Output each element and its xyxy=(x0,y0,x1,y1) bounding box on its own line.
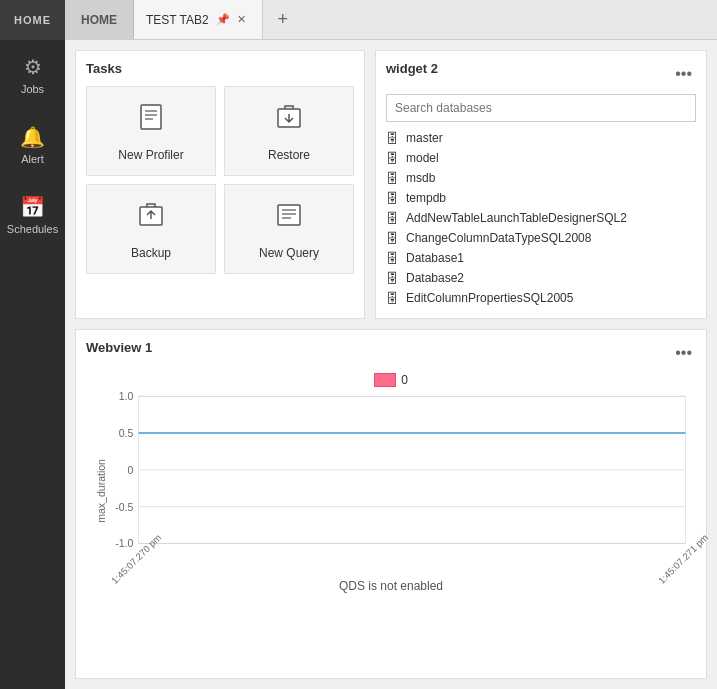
sidebar-item-alert[interactable]: 🔔 Alert xyxy=(0,110,65,180)
tab-add-button[interactable]: + xyxy=(263,0,303,39)
svg-rect-0 xyxy=(141,105,161,129)
jobs-label: Jobs xyxy=(21,83,44,95)
database-icon: 🗄 xyxy=(386,231,400,245)
db-name: tempdb xyxy=(406,191,446,205)
tasks-widget: Tasks New Profiler xyxy=(75,50,365,319)
db-list-item[interactable]: 🗄master xyxy=(386,128,696,148)
db-list-item[interactable]: 🗄EditColumnPropertiesSQL2005 xyxy=(386,288,696,308)
tasks-title: Tasks xyxy=(86,61,354,76)
svg-text:1.0: 1.0 xyxy=(119,390,134,402)
home-tab-label: HOME xyxy=(81,13,117,27)
tasks-grid: New Profiler Restore xyxy=(86,86,354,274)
top-row: Tasks New Profiler xyxy=(75,50,707,319)
sidebar-item-jobs[interactable]: ⚙ Jobs xyxy=(0,40,65,110)
new-profiler-icon xyxy=(135,101,167,140)
db-name: ChangeColumnDataTypeSQL2008 xyxy=(406,231,591,245)
db-list-item[interactable]: 🗄Database1 xyxy=(386,248,696,268)
task-restore[interactable]: Restore xyxy=(224,86,354,176)
database-icon: 🗄 xyxy=(386,131,400,145)
tab-home[interactable]: HOME xyxy=(65,0,134,39)
main-area: HOME TEST TAB2 📌 ✕ + Tasks xyxy=(65,0,717,689)
legend-box xyxy=(374,373,396,387)
database-icon: 🗄 xyxy=(386,151,400,165)
widget2: widget 2 ••• 🗄master🗄model🗄msdb🗄tempdb🗄A… xyxy=(375,50,707,319)
alert-label: Alert xyxy=(21,153,44,165)
webview-title: Webview 1 xyxy=(86,340,152,355)
webview-widget: Webview 1 ••• 0 max_duration xyxy=(75,329,707,679)
webview-header: Webview 1 ••• xyxy=(86,340,696,365)
tab-bar: HOME TEST TAB2 📌 ✕ + xyxy=(65,0,717,40)
db-list-item[interactable]: 🗄ChangeColumnDataTypeSQL2008 xyxy=(386,228,696,248)
backup-icon xyxy=(135,199,167,238)
sidebar-item-schedules[interactable]: 📅 Schedules xyxy=(0,180,65,250)
svg-text:-1.0: -1.0 xyxy=(115,537,133,549)
tab-pin-icon[interactable]: 📌 xyxy=(215,12,231,28)
database-icon: 🗄 xyxy=(386,171,400,185)
chart-area: 0 max_duration xyxy=(86,373,696,668)
restore-icon xyxy=(273,101,305,140)
tab-close-icon[interactable]: ✕ xyxy=(234,12,250,28)
new-query-icon xyxy=(273,199,305,238)
widget2-header: widget 2 ••• xyxy=(386,61,696,86)
search-databases-input[interactable] xyxy=(386,94,696,122)
db-list-item[interactable]: 🗄msdb xyxy=(386,168,696,188)
home-label: HOME xyxy=(14,14,51,26)
svg-text:0: 0 xyxy=(128,464,134,476)
db-list-item[interactable]: 🗄Database2 xyxy=(386,268,696,288)
task-backup[interactable]: Backup xyxy=(86,184,216,274)
schedules-icon: 📅 xyxy=(20,195,45,219)
widget2-title: widget 2 xyxy=(386,61,438,76)
new-query-label: New Query xyxy=(259,246,319,260)
svg-text:0.5: 0.5 xyxy=(119,427,134,439)
svg-rect-6 xyxy=(278,205,300,225)
database-icon: 🗄 xyxy=(386,191,400,205)
tab-label: TEST TAB2 xyxy=(146,13,209,27)
db-list-item[interactable]: 🗄AddNewTableLaunchTableDesignerSQL2 xyxy=(386,208,696,228)
db-name: master xyxy=(406,131,443,145)
tab-test-tab2[interactable]: TEST TAB2 📌 ✕ xyxy=(134,0,263,39)
db-name: AddNewTableLaunchTableDesignerSQL2 xyxy=(406,211,627,225)
legend-label: 0 xyxy=(401,373,408,387)
db-name: EditColumnPropertiesSQL2005 xyxy=(406,291,573,305)
content-area: Tasks New Profiler xyxy=(65,40,717,689)
db-name: msdb xyxy=(406,171,435,185)
db-list-item[interactable]: 🗄tempdb xyxy=(386,188,696,208)
widget2-menu-button[interactable]: ••• xyxy=(671,65,696,83)
db-name: Database1 xyxy=(406,251,464,265)
sidebar: HOME ⚙ Jobs 🔔 Alert 📅 Schedules xyxy=(0,0,65,689)
database-icon: 🗄 xyxy=(386,251,400,265)
svg-text:-0.5: -0.5 xyxy=(115,501,133,513)
task-new-query[interactable]: New Query xyxy=(224,184,354,274)
db-name: Database2 xyxy=(406,271,464,285)
alert-icon: 🔔 xyxy=(20,125,45,149)
database-icon: 🗄 xyxy=(386,211,400,225)
restore-label: Restore xyxy=(268,148,310,162)
task-new-profiler[interactable]: New Profiler xyxy=(86,86,216,176)
backup-label: Backup xyxy=(131,246,171,260)
database-icon: 🗄 xyxy=(386,291,400,305)
db-name: model xyxy=(406,151,439,165)
chart-subtitle: QDS is not enabled xyxy=(86,579,696,593)
svg-text:max_duration: max_duration xyxy=(95,459,107,523)
webview-menu-button[interactable]: ••• xyxy=(671,344,696,362)
jobs-icon: ⚙ xyxy=(24,55,42,79)
db-list-item[interactable]: 🗄model xyxy=(386,148,696,168)
database-list: 🗄master🗄model🗄msdb🗄tempdb🗄AddNewTableLau… xyxy=(386,128,696,308)
chart-svg: max_duration 1.0 0.5 0 -0.5 xyxy=(86,391,696,570)
home-nav[interactable]: HOME xyxy=(0,0,65,40)
add-tab-icon: + xyxy=(277,9,288,30)
new-profiler-label: New Profiler xyxy=(118,148,183,162)
tab-action-icons: 📌 ✕ xyxy=(215,12,250,28)
database-icon: 🗄 xyxy=(386,271,400,285)
schedules-label: Schedules xyxy=(7,223,58,235)
